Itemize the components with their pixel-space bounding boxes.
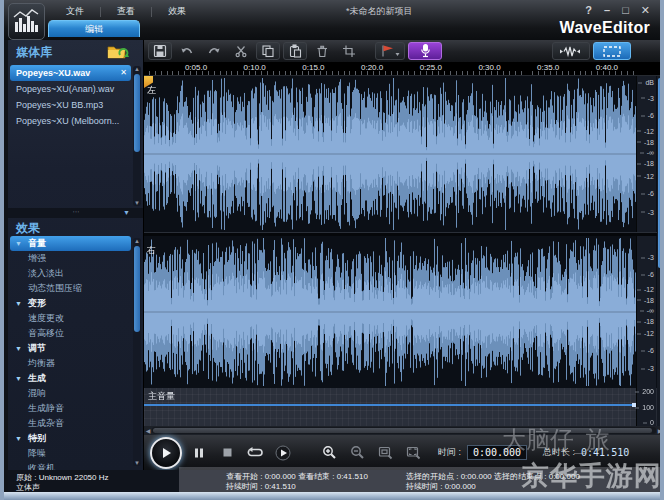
- effects-scrollbar[interactable]: ▲ ▼: [133, 238, 141, 466]
- zoom-out-button[interactable]: [346, 442, 368, 464]
- loop-playback-button[interactable]: [244, 442, 266, 464]
- play-selection-button[interactable]: [272, 442, 294, 464]
- tab-edit[interactable]: 编辑: [48, 20, 140, 37]
- effect-item[interactable]: 降噪: [10, 446, 131, 461]
- effect-group-item[interactable]: ▼生成: [10, 371, 131, 386]
- effect-item[interactable]: 淡入淡出: [10, 266, 131, 281]
- chevron-down-icon[interactable]: ▼: [123, 209, 130, 217]
- menu-file[interactable]: 文件: [52, 3, 98, 20]
- db-tick-label: -3: [648, 254, 654, 261]
- main-area: 0:05.00:10.00:15.00:20.00:25.00:30.00:35…: [144, 40, 664, 470]
- toolbar: [144, 40, 664, 62]
- left-channel-waveform[interactable]: 左 dB-3-6-12-18-∞-18-12-6-3: [144, 76, 664, 232]
- ruler-tickmarks: [144, 71, 636, 75]
- media-file-item[interactable]: Popeyes~XU BB.mp3: [10, 97, 131, 113]
- timeline-ruler[interactable]: 0:05.00:10.00:15.00:20.00:25.00:30.00:35…: [144, 62, 664, 76]
- copy-button[interactable]: [256, 42, 280, 60]
- media-file-item[interactable]: Popeyes~XU (Melboorn...: [10, 113, 131, 129]
- paste-button[interactable]: [283, 42, 307, 60]
- db-tick-label: -6: [648, 190, 654, 197]
- effect-item[interactable]: 动态范围压缩: [10, 281, 131, 296]
- ruler-tick-label: 0:40.0: [596, 63, 618, 72]
- db-tick-label: -18: [644, 138, 654, 145]
- effect-group-item[interactable]: ▼特别: [10, 431, 131, 446]
- media-scrollbar-thumb[interactable]: [134, 74, 140, 152]
- effect-item[interactable]: 收音机: [10, 461, 131, 470]
- effects-scrollbar-thumb[interactable]: [134, 246, 140, 332]
- ruler-tick-label: 0:05.0: [185, 63, 207, 72]
- scroll-up-icon[interactable]: ▲: [133, 66, 141, 72]
- waveeditor-window: 文件 查看 效果 *未命名的新项目 ? – □ ✕ 编辑 WaveEditor …: [0, 0, 664, 500]
- waveform-vscrollbar-thumb[interactable]: [658, 78, 663, 268]
- ruler-tick-label: 0:25.0: [420, 63, 442, 72]
- left-channel-label: 左: [147, 84, 156, 97]
- delete-button[interactable]: [310, 42, 334, 60]
- chevron-down-icon[interactable]: ▼: [15, 431, 22, 446]
- chevron-down-icon[interactable]: ▼: [15, 341, 22, 356]
- close-file-icon[interactable]: ✕: [120, 65, 127, 81]
- cut-button[interactable]: [229, 42, 253, 60]
- db-tick-label: -3: [648, 208, 654, 215]
- record-button[interactable]: [408, 42, 442, 60]
- effect-item[interactable]: 生成静音: [10, 401, 131, 416]
- minimize-button[interactable]: –: [604, 5, 610, 16]
- chevron-down-icon[interactable]: ▼: [15, 296, 22, 311]
- selection-frame-tool-button[interactable]: [593, 42, 631, 60]
- save-button[interactable]: [148, 42, 172, 60]
- db-tick-label: -3: [648, 365, 654, 372]
- effect-group-item[interactable]: ▼调节: [10, 341, 131, 356]
- effect-item[interactable]: 音高移位: [10, 326, 131, 341]
- db-tick-label: -12: [644, 330, 654, 337]
- master-volume-strip[interactable]: 主音量 2001000: [144, 388, 664, 426]
- effect-group-item[interactable]: ▼变形: [10, 296, 131, 311]
- add-marker-flag-button[interactable]: [375, 42, 405, 60]
- trim-button[interactable]: [337, 42, 361, 60]
- menu-bar: 文件 查看 效果: [52, 3, 200, 20]
- help-button[interactable]: ?: [585, 5, 592, 16]
- scroll-left-icon[interactable]: ◀: [144, 427, 152, 434]
- scroll-up-icon[interactable]: ▲: [133, 238, 141, 244]
- brand-label: WaveEditor: [560, 19, 650, 37]
- media-list-scrollbar[interactable]: ▲ ▼: [133, 66, 141, 206]
- scroll-right-icon[interactable]: ▶: [656, 427, 664, 434]
- db-tick-label: -18: [644, 160, 654, 167]
- right-channel-waveform[interactable]: 右 -3-6-12-18-∞-18-12-6-3: [144, 236, 664, 388]
- effect-item[interactable]: 速度更改: [10, 311, 131, 326]
- media-file-item[interactable]: Popeyes~XU.wav✕: [10, 65, 131, 81]
- menu-effects[interactable]: 效果: [154, 3, 200, 20]
- play-button[interactable]: [150, 437, 182, 469]
- media-file-item[interactable]: Popeyes~XU(Anan).wav: [10, 81, 131, 97]
- effect-item[interactable]: 增强: [10, 251, 131, 266]
- scroll-down-icon[interactable]: ▼: [133, 460, 141, 466]
- volume-tick-label: 0: [650, 419, 654, 426]
- close-button[interactable]: ✕: [641, 5, 650, 16]
- db-tick-label: -12: [644, 127, 654, 134]
- effect-item[interactable]: 均衡器: [10, 356, 131, 371]
- zoom-to-selection-button[interactable]: [374, 442, 396, 464]
- sidebar: 媒体库 Popeyes~XU.wav✕Popeyes~XU(Anan).wavP…: [8, 40, 144, 470]
- maximize-button[interactable]: □: [622, 5, 629, 16]
- db-tick-label: -3: [648, 94, 654, 101]
- db-tick-label: -12: [644, 172, 654, 179]
- effect-group-item[interactable]: ▼音量: [10, 236, 131, 251]
- menu-view[interactable]: 查看: [103, 3, 149, 20]
- effect-item[interactable]: 混响: [10, 386, 131, 401]
- waveform-select-tool-button[interactable]: [552, 42, 590, 60]
- pause-button[interactable]: [188, 442, 210, 464]
- chevron-down-icon[interactable]: ▼: [15, 371, 22, 386]
- undo-button[interactable]: [175, 42, 199, 60]
- redo-button[interactable]: [202, 42, 226, 60]
- import-folder-icon[interactable]: [107, 44, 129, 59]
- db-tick-label: -18: [644, 318, 654, 325]
- zoom-in-button[interactable]: [318, 442, 340, 464]
- scroll-down-icon[interactable]: ▼: [133, 200, 141, 206]
- db-tick-label: -6: [648, 271, 654, 278]
- title-bar: 文件 查看 效果 *未命名的新项目 ? – □ ✕ 编辑 WaveEditor: [4, 0, 660, 40]
- app-logo-icon: [8, 3, 45, 40]
- effect-item[interactable]: 生成杂音: [10, 416, 131, 431]
- stop-button[interactable]: [216, 442, 238, 464]
- db-tick-label: -12: [644, 286, 654, 293]
- zoom-full-button[interactable]: [402, 442, 424, 464]
- chevron-down-icon[interactable]: ▼: [15, 236, 22, 251]
- waveform-vertical-scrollbar[interactable]: [657, 76, 664, 426]
